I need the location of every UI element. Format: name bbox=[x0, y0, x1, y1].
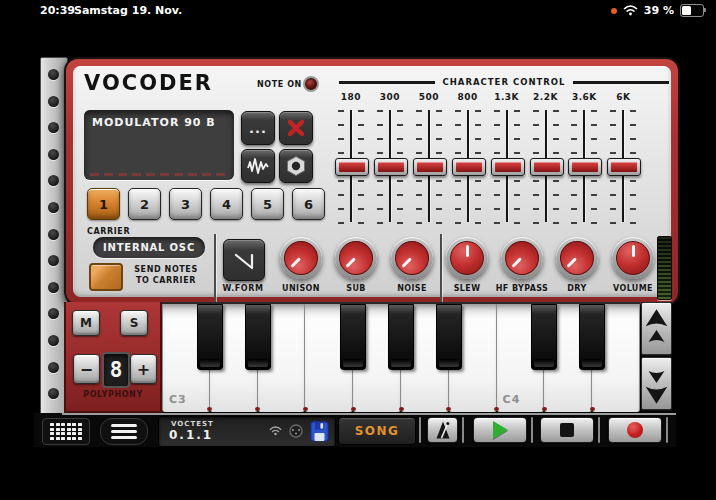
wifi-icon bbox=[623, 5, 638, 16]
octave-down-button[interactable] bbox=[641, 357, 672, 410]
slider-tick bbox=[553, 180, 559, 182]
knob-dial[interactable] bbox=[501, 237, 543, 279]
black-key[interactable] bbox=[388, 304, 414, 370]
patch-name: VOCTEST bbox=[171, 420, 214, 428]
black-key[interactable] bbox=[579, 304, 605, 370]
polyphony-plus-button[interactable]: + bbox=[130, 354, 157, 384]
band-slider-handle[interactable] bbox=[413, 158, 447, 176]
metronome-button[interactable] bbox=[427, 417, 458, 443]
mute-button[interactable]: M bbox=[72, 310, 100, 336]
band-slider-handle[interactable] bbox=[568, 158, 602, 176]
knob-pointer bbox=[346, 258, 357, 269]
slider-tick bbox=[630, 138, 636, 140]
slider-tick bbox=[553, 124, 559, 126]
knob-dial[interactable] bbox=[556, 237, 598, 279]
slider-tick bbox=[416, 194, 422, 196]
knob-hf-bypass[interactable]: HF BYPASS bbox=[494, 237, 550, 293]
save-floppy-icon[interactable] bbox=[310, 421, 329, 442]
play-button[interactable] bbox=[473, 417, 527, 443]
song-button[interactable]: SONG bbox=[338, 417, 416, 445]
slider-tick bbox=[455, 194, 461, 196]
recording-dot-icon bbox=[611, 8, 617, 14]
slider-tick bbox=[338, 124, 344, 126]
preset-button-5[interactable]: 5 bbox=[251, 188, 284, 220]
band-slider-handle[interactable] bbox=[335, 158, 369, 176]
slider-tick bbox=[553, 138, 559, 140]
send-notes-toggle[interactable] bbox=[89, 263, 123, 291]
waveform-button[interactable] bbox=[241, 149, 275, 183]
pads-view-button[interactable] bbox=[42, 418, 90, 445]
preset-button-4[interactable]: 4 bbox=[210, 188, 243, 220]
polyphony-panel: M S − 8 + POLYPHONY bbox=[64, 302, 162, 413]
knob-noise[interactable]: NOISE bbox=[384, 237, 440, 293]
band-slider-handle[interactable] bbox=[452, 158, 486, 176]
polyphony-minus-button[interactable]: − bbox=[73, 354, 100, 384]
black-key[interactable] bbox=[531, 304, 557, 370]
rail-hole-icon bbox=[48, 308, 59, 319]
preset-display[interactable]: MODULATOR 90 B bbox=[84, 110, 234, 180]
knob-dial[interactable] bbox=[280, 237, 322, 279]
wform-button[interactable] bbox=[223, 239, 265, 281]
slider-tick bbox=[571, 180, 577, 182]
knob-dial[interactable] bbox=[446, 237, 488, 279]
session-display: VOCTEST 0.1.1 bbox=[158, 416, 336, 447]
slider-tick bbox=[475, 208, 481, 210]
preset-button-3[interactable]: 3 bbox=[169, 188, 202, 220]
stop-button[interactable] bbox=[540, 417, 594, 443]
knob-dial[interactable] bbox=[612, 237, 654, 279]
ellipsis-icon: ... bbox=[249, 121, 267, 136]
black-key[interactable] bbox=[340, 304, 366, 370]
saw-wave-icon bbox=[231, 247, 257, 273]
black-key[interactable] bbox=[197, 304, 223, 370]
band-slider-track bbox=[409, 110, 449, 222]
rail-hole-icon bbox=[48, 229, 59, 240]
slider-tick bbox=[591, 194, 597, 196]
slider-tick bbox=[455, 124, 461, 126]
band-slider-handle[interactable] bbox=[491, 158, 525, 176]
slider-tick bbox=[610, 138, 616, 140]
hex-nut-button[interactable] bbox=[279, 149, 313, 183]
battery-icon bbox=[680, 4, 704, 17]
slider-tick bbox=[475, 138, 481, 140]
slider-tick bbox=[377, 152, 383, 154]
band-slider-track bbox=[487, 110, 527, 222]
preset-button-1[interactable]: 1 bbox=[87, 188, 120, 220]
slider-tick bbox=[630, 222, 636, 224]
preset-button-6[interactable]: 6 bbox=[292, 188, 325, 220]
rail-hole-icon bbox=[48, 335, 59, 346]
black-key[interactable] bbox=[436, 304, 462, 370]
band-slider-handle[interactable] bbox=[607, 158, 641, 176]
slider-tick bbox=[494, 208, 500, 210]
waveform-icon bbox=[246, 154, 270, 178]
knob-dry[interactable]: DRY bbox=[549, 237, 605, 293]
slider-tick bbox=[377, 208, 383, 210]
band-slider-handle[interactable] bbox=[374, 158, 408, 176]
knob-dial[interactable] bbox=[391, 237, 433, 279]
preset-menu-button[interactable]: ... bbox=[241, 111, 275, 145]
band-slider-handle[interactable] bbox=[530, 158, 564, 176]
slider-tick bbox=[494, 124, 500, 126]
slider-tick bbox=[494, 138, 500, 140]
preset-button-2[interactable]: 2 bbox=[128, 188, 161, 220]
knob-sub[interactable]: SUB bbox=[328, 237, 384, 293]
main-menu-button[interactable] bbox=[100, 418, 148, 445]
knob-slew[interactable]: SLEW bbox=[439, 237, 495, 293]
band-slider-track bbox=[370, 110, 410, 222]
octave-up-button[interactable] bbox=[641, 302, 672, 355]
slider-tick bbox=[494, 222, 500, 224]
character-control-header: CHARACTER CONTROL bbox=[339, 77, 669, 87]
close-button[interactable] bbox=[279, 111, 313, 145]
black-key[interactable] bbox=[245, 304, 271, 370]
record-button[interactable] bbox=[608, 417, 662, 443]
slider-tick bbox=[455, 138, 461, 140]
carrier-source-button[interactable]: INTERNAL OSC bbox=[93, 237, 205, 258]
key-label: C4 bbox=[503, 393, 521, 406]
solo-button[interactable]: S bbox=[120, 310, 148, 336]
page-title: VOCODER bbox=[84, 70, 213, 95]
slider-tick bbox=[591, 222, 597, 224]
knob-pointer bbox=[291, 258, 302, 269]
knob-unison[interactable]: UNISON bbox=[273, 237, 329, 293]
knob-pointer bbox=[466, 245, 469, 257]
knob-dial[interactable] bbox=[335, 237, 377, 279]
knob-volume[interactable]: VOLUME bbox=[605, 237, 661, 293]
